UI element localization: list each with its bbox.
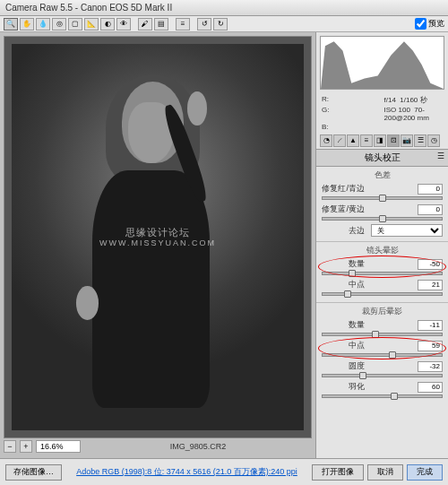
blue-yellow-input[interactable] xyxy=(418,204,443,215)
graduated-filter-icon[interactable]: ▤ xyxy=(154,18,168,30)
section-postcrop: 裁剪后晕影 数量 中点 圆度 羽化 xyxy=(316,303,448,404)
postcrop-amount-label: 数量 xyxy=(322,319,365,331)
vignette-midpoint-input[interactable] xyxy=(418,280,443,290)
defringe-label: 去边 xyxy=(322,225,365,237)
eyedropper-icon[interactable]: 💧 xyxy=(36,18,50,30)
watermark-main: 思缘设计论坛 xyxy=(99,226,216,238)
tab-lens[interactable]: ⊡ xyxy=(387,134,400,147)
exif-b: B: xyxy=(322,123,381,131)
postcrop-midpoint-slider[interactable] xyxy=(322,353,443,357)
prefs-icon[interactable]: ≡ xyxy=(176,18,190,30)
postcrop-amount-slider[interactable] xyxy=(322,333,443,336)
blue-yellow-slider[interactable] xyxy=(322,217,443,221)
color-sampler-icon[interactable]: ◎ xyxy=(52,18,66,30)
panel-menu-icon[interactable]: ☰ xyxy=(437,152,444,160)
panel-title: 镜头校正 xyxy=(365,152,401,162)
preview-toggle[interactable]: 预览 xyxy=(415,18,444,30)
zoom-value[interactable]: 16.6% xyxy=(36,440,81,453)
postcrop-title: 裁剪后晕影 xyxy=(322,306,443,317)
postcrop-feather-slider[interactable] xyxy=(322,394,443,398)
vignette-title: 镜头晕影 xyxy=(322,245,443,256)
postcrop-feather-input[interactable] xyxy=(418,382,443,393)
save-image-button[interactable]: 存储图像… xyxy=(5,464,62,481)
tab-camera[interactable]: 📷 xyxy=(401,134,413,147)
postcrop-roundness-slider[interactable] xyxy=(322,374,443,377)
section-vignette: 镜头晕影 数量 中点 xyxy=(316,242,448,303)
blue-yellow-label: 修复蓝/黄边 xyxy=(322,204,365,215)
postcrop-midpoint-label: 中点 xyxy=(322,340,365,351)
image-preview[interactable]: 思缘设计论坛 WWW.MISSYUAN.COM xyxy=(4,36,312,438)
red-cyan-slider[interactable] xyxy=(322,196,443,200)
tab-split[interactable]: ◨ xyxy=(374,134,386,147)
tab-detail[interactable]: ▲ xyxy=(347,134,359,147)
zoom-tool-icon[interactable]: 🔍 xyxy=(4,18,18,30)
tab-presets[interactable]: ☰ xyxy=(414,134,426,147)
exif-g: G: xyxy=(322,106,381,122)
watermark: 思缘设计论坛 WWW.MISSYUAN.COM xyxy=(99,226,216,249)
preview-area: 思缘设计论坛 WWW.MISSYUAN.COM − + 16.6% IMG_98… xyxy=(0,32,315,458)
right-panel: R: f/14 1/160 秒 G: ISO 100 70-200@200 mm… xyxy=(315,32,448,458)
footer: 存储图像… Adobe RGB (1998):8 位: 3744 x 5616 … xyxy=(0,458,448,485)
photo-content: 思缘设计论坛 WWW.MISSYUAN.COM xyxy=(12,44,304,430)
filename-label: IMG_9805.CR2 xyxy=(84,442,312,451)
crop-tool-icon[interactable]: ▢ xyxy=(68,18,82,30)
cancel-button[interactable]: 取消 xyxy=(367,464,403,481)
done-button[interactable]: 完成 xyxy=(407,464,443,481)
panel-header: 镜头校正 ☰ xyxy=(316,150,448,167)
vignette-amount-input[interactable] xyxy=(418,259,443,270)
preview-label: 预览 xyxy=(428,18,444,30)
adjustment-brush-icon[interactable]: 🖌 xyxy=(138,18,152,30)
tab-snapshots[interactable]: ◷ xyxy=(427,134,440,147)
exif-readout: R: f/14 1/160 秒 G: ISO 100 70-200@200 mm… xyxy=(316,93,448,133)
tab-curve[interactable]: ⟋ xyxy=(333,134,346,147)
vignette-amount-slider[interactable] xyxy=(322,272,443,275)
vignette-midpoint-slider[interactable] xyxy=(322,292,443,296)
spot-removal-icon[interactable]: ◐ xyxy=(100,18,115,30)
vignette-midpoint-label: 中点 xyxy=(322,279,365,290)
postcrop-roundness-input[interactable] xyxy=(418,361,443,372)
hand-tool-icon[interactable]: ✋ xyxy=(20,18,34,30)
preview-footer: − + 16.6% IMG_9805.CR2 xyxy=(4,438,312,455)
exif-r: R: xyxy=(322,95,381,105)
vignette-amount-label: 数量 xyxy=(322,258,365,270)
zoom-in-button[interactable]: + xyxy=(20,440,32,453)
titlebar: Camera Raw 5.5 - Canon EOS 5D Mark II xyxy=(0,0,448,16)
redeye-icon[interactable]: 👁 xyxy=(116,18,131,30)
postcrop-amount-input[interactable] xyxy=(418,320,443,331)
tab-basic[interactable]: ◔ xyxy=(320,134,332,147)
red-cyan-label: 修复红/青边 xyxy=(322,183,365,195)
rotate-left-icon[interactable]: ↺ xyxy=(197,18,211,30)
rotate-right-icon[interactable]: ↻ xyxy=(213,18,228,30)
postcrop-roundness-label: 圆度 xyxy=(322,360,365,372)
tab-hsl[interactable]: ≡ xyxy=(360,134,373,147)
histogram[interactable] xyxy=(320,36,444,90)
chromatic-title: 色差 xyxy=(322,169,443,181)
workflow-link[interactable]: Adobe RGB (1998):8 位: 3744 x 5616 (21.0 … xyxy=(67,466,306,478)
preview-checkbox[interactable] xyxy=(415,18,426,30)
panel-tabs: ◔ ⟋ ▲ ≡ ◨ ⊡ 📷 ☰ ◷ xyxy=(316,133,448,150)
postcrop-feather-label: 羽化 xyxy=(322,381,365,393)
straighten-icon[interactable]: 📐 xyxy=(84,18,99,30)
open-image-button[interactable]: 打开图像 xyxy=(312,464,364,481)
toolbar: 🔍 ✋ 💧 ◎ ▢ 📐 ◐ 👁 🖌 ▤ ≡ ↺ ↻ 预览 xyxy=(0,16,448,32)
window-title: Camera Raw 5.5 - Canon EOS 5D Mark II xyxy=(5,3,172,13)
section-chromatic: 色差 修复红/青边 修复蓝/黄边 去边 关 xyxy=(316,167,448,242)
postcrop-midpoint-input[interactable] xyxy=(418,341,443,351)
defringe-select[interactable]: 关 xyxy=(371,224,443,237)
watermark-sub: WWW.MISSYUAN.COM xyxy=(99,238,216,249)
red-cyan-input[interactable] xyxy=(418,184,443,195)
zoom-out-button[interactable]: − xyxy=(4,440,16,453)
main-area: 思缘设计论坛 WWW.MISSYUAN.COM − + 16.6% IMG_98… xyxy=(0,32,448,458)
